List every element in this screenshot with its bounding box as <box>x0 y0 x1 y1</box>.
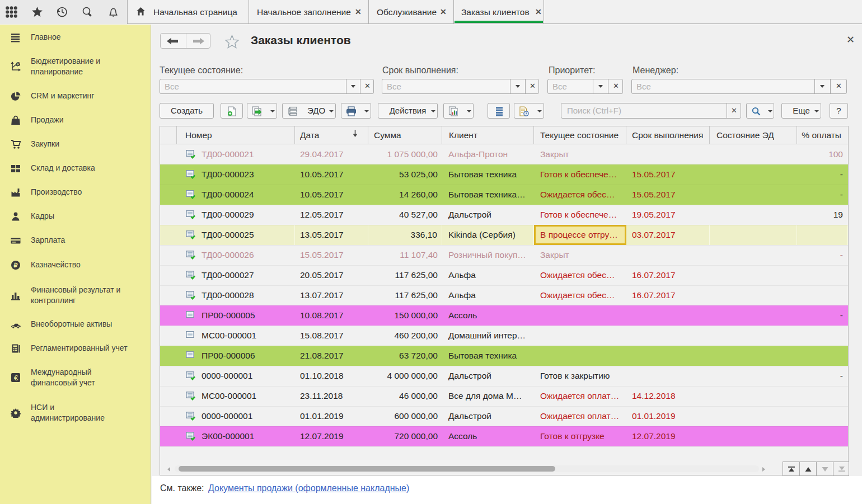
svg-text:₽: ₽ <box>17 62 19 66</box>
svg-text:₽: ₽ <box>14 262 18 269</box>
svg-text:€: € <box>14 374 18 382</box>
